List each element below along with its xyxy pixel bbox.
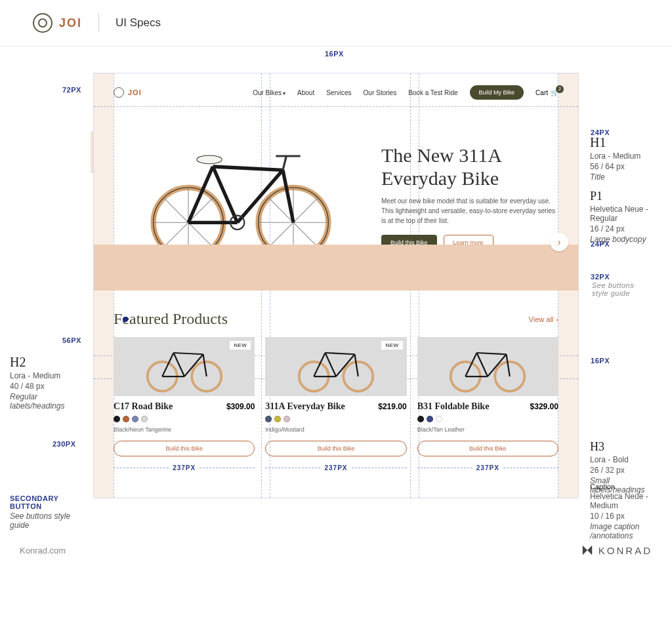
bicycle-icon: [136, 125, 346, 264]
footer-url: Konrad.com: [20, 546, 66, 555]
product-name: 311A Everyday Bike: [265, 401, 345, 412]
konrad-text: KONRAD: [598, 545, 652, 556]
typo-cap-name: Caption: [590, 483, 662, 491]
product-card[interactable]: B31 Foldable Bike$329.00Black/Tan Leathe…: [417, 337, 558, 456]
product-card[interactable]: NEW311A Everyday Bike$219.00Indigo/Musta…: [265, 337, 406, 456]
joi-logo-icon: [114, 87, 124, 98]
build-this-bike-button[interactable]: Build this Bike: [265, 441, 406, 456]
chevron-down-icon: ▾: [283, 90, 285, 96]
spec-brand: JOI: [59, 16, 82, 30]
konrad-icon: [581, 544, 593, 556]
nav-services[interactable]: Services: [326, 89, 351, 96]
typo-cap-font: Helvetica Neue - Medium: [590, 492, 662, 510]
typo-h2-font: Lora - Medium: [10, 371, 89, 380]
swatch[interactable]: [265, 416, 272, 422]
carousel-next-button[interactable]: ›: [550, 233, 568, 251]
nav-stories[interactable]: Our Stories: [364, 89, 397, 96]
typo-h3-size: 26 / 32 px: [590, 466, 662, 475]
product-caption: Black/Tan Leather: [417, 426, 558, 433]
swatch[interactable]: [427, 416, 433, 422]
hero-floor-strip: ›: [94, 245, 578, 291]
cart-label: Cart: [536, 89, 548, 96]
swatch[interactable]: [141, 416, 148, 422]
view-all-link[interactable]: View all ›: [529, 315, 558, 323]
typo-h2-name: H2: [10, 355, 89, 370]
color-swatches: [417, 416, 558, 422]
anno-72px: 72PX: [62, 86, 81, 94]
svg-line-36: [336, 355, 355, 377]
typo-h2: H2 Lora - Medium 40 / 48 px Regular labe…: [10, 355, 89, 411]
width-237-a: 237PX: [173, 464, 196, 472]
product-card[interactable]: NEWC17 Road Bike$309.00Black/Neon Tanger…: [114, 337, 255, 456]
product-name: B31 Foldable Bike: [417, 401, 490, 412]
cart-count-badge: 2: [556, 85, 564, 93]
typo-sb-label: See buttons style guide: [10, 512, 89, 530]
typo-p1-font: Helvetica Neue - Regular: [590, 205, 662, 223]
product-image: NEW: [265, 337, 406, 396]
spec-title: UI Specs: [116, 16, 161, 30]
swatch[interactable]: [274, 416, 281, 422]
site-brand-text: JOI: [128, 89, 142, 96]
featured-heading: Featured Products: [114, 310, 228, 328]
chevron-right-icon: ›: [558, 237, 561, 247]
nav-book[interactable]: Book a Test Ride: [408, 89, 457, 96]
typo-h1: H1 Lora - Medium 56 / 64 px Title: [590, 135, 662, 182]
typo-h1-font: Lora - Medium: [590, 151, 662, 161]
canvas: 16PX 72PX 24PX 24PX 32PX See buttons sty…: [0, 47, 672, 525]
color-swatches: [265, 416, 406, 422]
svg-line-29: [173, 353, 184, 376]
typo-h3-name: H3: [590, 440, 662, 454]
nav-about[interactable]: About: [297, 89, 314, 96]
typo-cap-size: 10 / 16 px: [590, 512, 662, 521]
color-swatches: [114, 416, 255, 422]
build-this-bike-button[interactable]: Build this Bike: [417, 441, 558, 456]
typo-cap-label: Image caption /annotations: [590, 522, 662, 540]
product-image: [417, 337, 558, 396]
svg-line-45: [477, 353, 488, 376]
swatch[interactable]: [114, 416, 120, 422]
typo-p1-name: P1: [590, 190, 662, 203]
build-my-bike-button[interactable]: Build My Bike: [470, 85, 524, 100]
typo-h1-label: Title: [590, 172, 662, 182]
typo-sb-name: SECONDARY BUTTON: [10, 494, 89, 510]
anno-arrow-note: See buttons style guide: [592, 281, 644, 297]
hero-bike-image: [114, 125, 368, 264]
svg-line-33: [325, 353, 354, 354]
page-footer: Konrad.com KONRAD: [0, 525, 672, 563]
joi-logo-icon: [33, 13, 52, 33]
typo-h1-size: 56 / 64 px: [590, 162, 662, 171]
konrad-logo: KONRAD: [581, 544, 652, 556]
swatch[interactable]: [132, 416, 138, 422]
svg-line-25: [173, 353, 203, 354]
anno-32px: 32PX: [591, 273, 610, 281]
anno-16px: 16PX: [325, 50, 344, 58]
hero-body: Meet our new bike model that is suitable…: [381, 196, 558, 226]
product-caption: Black/Neon Tangerine: [114, 426, 255, 433]
svg-line-34: [354, 355, 358, 377]
featured-section: Featured Products View all › NEWC17 Road…: [94, 291, 578, 476]
svg-point-18: [197, 155, 222, 164]
product-name: C17 Road Bike: [114, 401, 173, 412]
typo-h2-size: 40 / 48 px: [10, 382, 89, 391]
typo-h1-name: H1: [590, 135, 662, 150]
website-mockup: JOI Our Bikes▾ About Services Our Storie…: [93, 73, 579, 498]
typo-caption: Caption Helvetica Neue - Medium 10 / 16 …: [590, 483, 662, 540]
svg-line-37: [325, 353, 336, 376]
cart-button[interactable]: Cart 🛒 2: [536, 89, 558, 96]
product-caption: Indigo/Mustard: [265, 426, 406, 433]
anno-56px: 56PX: [62, 336, 81, 344]
svg-line-44: [488, 355, 507, 377]
hero-title: The New 311A Everyday Bike: [381, 144, 558, 190]
build-this-bike-button[interactable]: Build this Bike: [114, 441, 255, 456]
svg-line-14: [283, 170, 293, 222]
typo-p1-size: 16 / 24 px: [590, 224, 662, 233]
site-logo[interactable]: JOI: [114, 87, 142, 98]
product-price: $329.00: [530, 402, 558, 411]
swatch[interactable]: [436, 416, 442, 422]
swatch[interactable]: [123, 416, 129, 422]
hero-copy: The New 311A Everyday Bike Meet our new …: [381, 125, 558, 264]
svg-line-28: [184, 355, 203, 377]
anno-16px-b: 16PX: [591, 357, 610, 365]
typo-p1-label: Large bodycopy: [590, 235, 662, 244]
swatch[interactable]: [284, 416, 290, 422]
